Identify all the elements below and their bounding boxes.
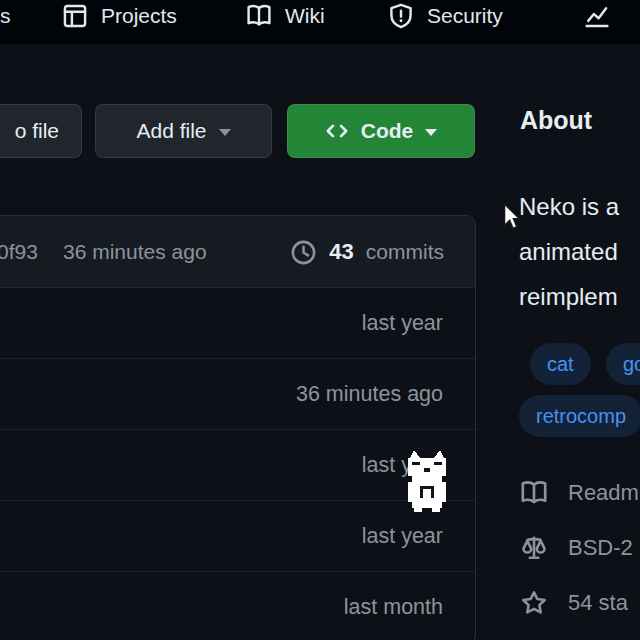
- readme-label: Readm: [568, 480, 639, 506]
- topic-tag-cat[interactable]: cat: [530, 343, 591, 385]
- chevron-down-icon: [219, 129, 231, 136]
- readme-link[interactable]: Readm: [520, 478, 639, 508]
- about-heading: About: [520, 106, 592, 135]
- commit-hash-link[interactable]: 0f93: [0, 240, 38, 264]
- nav-tab-cut[interactable]: s: [0, 1, 11, 31]
- file-list-panel: 0f93 36 minutes ago 43 commits last year…: [0, 215, 476, 640]
- mouse-cursor-icon: [503, 203, 521, 235]
- commit-count: 43: [329, 239, 353, 265]
- commit-count-label: commits: [366, 240, 444, 264]
- table-icon: [62, 3, 88, 29]
- file-row-updated: last year: [362, 311, 443, 336]
- chevron-down-icon: [425, 129, 437, 136]
- add-file-label: Add file: [136, 119, 206, 143]
- nav-tab-label: Projects: [101, 4, 177, 28]
- nav-tab-label: s: [0, 4, 11, 28]
- nav-tab-label: Security: [427, 4, 503, 28]
- repo-tab-bar: s Projects Wiki: [0, 0, 640, 44]
- law-scales-icon: [520, 534, 548, 562]
- book-icon: [520, 479, 548, 507]
- license-label: BSD-2: [568, 535, 633, 561]
- github-repo-page: s Projects Wiki: [0, 0, 640, 640]
- add-file-button[interactable]: Add file: [95, 104, 272, 158]
- topic-tag-retrocomputing[interactable]: retrocomp: [519, 395, 640, 437]
- book-icon: [246, 3, 272, 29]
- code-icon: [325, 119, 349, 143]
- description-line: reimplem: [519, 274, 640, 319]
- nav-tab-wiki[interactable]: Wiki: [246, 1, 325, 31]
- history-clock-icon: [290, 239, 317, 266]
- latest-commit-bar: 0f93 36 minutes ago 43 commits: [0, 216, 475, 288]
- file-row[interactable]: last year: [0, 288, 475, 359]
- nav-tab-insights[interactable]: [584, 1, 623, 31]
- code-button[interactable]: Code: [287, 104, 475, 158]
- repo-description: Neko is a animated reimplem: [519, 184, 640, 319]
- nav-tab-projects[interactable]: Projects: [62, 1, 177, 31]
- go-to-file-label: o file: [15, 119, 59, 143]
- code-label: Code: [361, 119, 414, 143]
- go-to-file-button[interactable]: o file: [0, 104, 82, 158]
- nav-tab-security[interactable]: Security: [388, 1, 503, 31]
- star-icon: [520, 589, 548, 617]
- commit-time: 36 minutes ago: [63, 240, 207, 264]
- nav-tab-label: Wiki: [285, 4, 325, 28]
- license-link[interactable]: BSD-2: [520, 533, 633, 563]
- shield-exclamation-icon: [388, 3, 414, 29]
- neko-cat-sprite: [404, 450, 450, 516]
- graph-icon: [584, 3, 610, 29]
- file-row[interactable]: 36 minutes ago: [0, 359, 475, 430]
- topic-tag-go[interactable]: go: [606, 343, 640, 385]
- stars-link[interactable]: 54 sta: [520, 588, 628, 618]
- description-line: Neko is a: [519, 184, 640, 229]
- file-row-updated: last year: [362, 524, 443, 549]
- file-row[interactable]: last month: [0, 572, 475, 640]
- commit-history-link[interactable]: 43 commits: [290, 216, 444, 288]
- stars-label: 54 sta: [568, 590, 628, 616]
- file-row-updated: last month: [344, 595, 443, 620]
- description-line: animated: [519, 229, 640, 274]
- file-row-updated: 36 minutes ago: [296, 382, 443, 407]
